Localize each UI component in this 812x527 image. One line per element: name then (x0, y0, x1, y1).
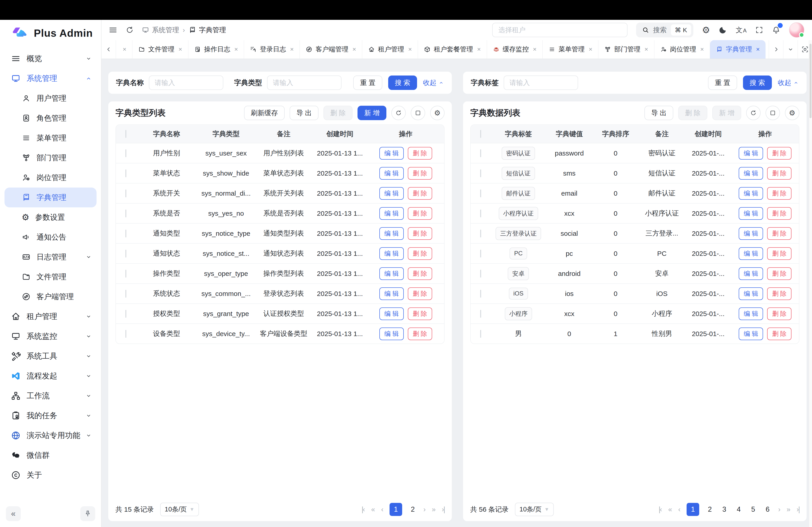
sidebar-item-21[interactable]: 关于 (4, 465, 97, 485)
page-refresh-button[interactable] (126, 26, 134, 34)
pager-page-4[interactable]: 4 (735, 506, 742, 513)
dict-type-refresh-icon-button[interactable] (391, 106, 406, 120)
row-delete-button[interactable]: 删 除 (767, 267, 792, 280)
tab-岗位管理[interactable]: 岗位管理× (654, 40, 710, 59)
tab-close-icon[interactable]: × (290, 46, 294, 53)
page-size-select[interactable]: 10条/页▼ (160, 503, 199, 516)
row-edit-button[interactable]: 编 辑 (739, 287, 763, 300)
dict-data-filter-input-0[interactable]: 请输入 (504, 76, 578, 90)
dict-type-filter-input-0[interactable]: 请输入 (149, 76, 223, 90)
dict-data-refresh-icon-button[interactable] (746, 106, 760, 120)
pager-arrow-right-0[interactable]: › (778, 506, 780, 513)
tab-客户端管理[interactable]: 客户端管理× (300, 40, 362, 59)
row-delete-button[interactable]: 删 除 (767, 147, 792, 160)
tab-close-icon[interactable]: × (178, 46, 182, 53)
tab-close-icon[interactable]: × (644, 46, 648, 53)
row-edit-button[interactable]: 编 辑 (379, 267, 404, 280)
sidebar-item-4[interactable]: 菜单管理 (4, 128, 97, 148)
tenant-select-input[interactable]: 选择租户 (492, 23, 627, 37)
tab-close-icon[interactable]: × (234, 46, 238, 53)
row-edit-button[interactable]: 编 辑 (379, 287, 404, 300)
sidebar-collapse-button[interactable]: « (6, 506, 21, 521)
row-checkbox[interactable] (126, 270, 126, 277)
tab-close-icon[interactable]: × (123, 46, 126, 53)
tabs-scroll-right-button[interactable] (769, 40, 783, 59)
tab-菜单管理[interactable]: 菜单管理× (543, 40, 598, 59)
sidebar-item-2[interactable]: 用户管理 (4, 88, 97, 108)
pager-page-2[interactable]: 2 (409, 506, 417, 513)
row-delete-button[interactable]: 删 除 (408, 187, 432, 200)
sidebar-item-1[interactable]: 系统管理 (4, 69, 97, 88)
tab-字典管理[interactable]: 字典管理× (710, 40, 766, 59)
dict-data-expand-icon-button[interactable] (766, 106, 780, 120)
sidebar-item-3[interactable]: 角色管理 (4, 108, 97, 128)
row-edit-button[interactable]: 编 辑 (379, 167, 404, 180)
tab-close-icon[interactable]: × (533, 46, 537, 53)
scrollbar-thumb[interactable] (810, 44, 812, 118)
pager-arrow-left-1[interactable]: « (371, 506, 374, 513)
tabs-scroll-left-button[interactable] (102, 40, 116, 59)
row-checkbox[interactable] (126, 310, 126, 318)
row-delete-button[interactable]: 删 除 (408, 287, 432, 300)
row-checkbox[interactable] (126, 290, 126, 298)
sidebar-item-12[interactable]: 客户端管理 (4, 287, 97, 306)
row-edit-button[interactable]: 编 辑 (379, 187, 404, 200)
dict-type-collapse-link[interactable]: 收起 (423, 78, 444, 88)
pager-arrow-left-0[interactable]: |‹ (362, 506, 364, 513)
row-checkbox[interactable] (480, 149, 481, 157)
row-checkbox[interactable] (126, 210, 126, 217)
pager-arrow-right-1[interactable]: » (786, 506, 790, 513)
sidebar-item-18[interactable]: 我的任务 (4, 406, 97, 425)
sidebar-item-17[interactable]: 工作流 (4, 386, 97, 406)
row-delete-button[interactable]: 删 除 (408, 267, 432, 280)
tab-truncated[interactable]: × (116, 40, 132, 59)
sidebar-item-20[interactable]: 微信群 (4, 446, 97, 465)
menu-toggle-button[interactable] (108, 25, 118, 35)
sidebar-item-7[interactable]: 字典管理 (4, 187, 97, 207)
tab-登录日志[interactable]: 登录日志× (244, 40, 300, 59)
row-delete-button[interactable]: 删 除 (767, 247, 792, 260)
row-checkbox[interactable] (480, 310, 481, 318)
dict-type-refresh-cache-button[interactable]: 刷新缓存 (244, 106, 285, 120)
row-delete-button[interactable]: 删 除 (408, 167, 432, 180)
sidebar-item-15[interactable]: 系统工具 (4, 346, 97, 366)
dict-type-expand-icon-button[interactable] (411, 106, 425, 120)
pager-arrow-right-2[interactable]: ›| (797, 506, 799, 513)
dict-type-search-button[interactable]: 搜 索 (388, 76, 417, 90)
dict-data-delete-button[interactable]: 删 除 (678, 106, 707, 120)
sidebar-item-9[interactable]: 通知公告 (4, 227, 97, 247)
user-avatar[interactable] (789, 22, 804, 37)
row-edit-button[interactable]: 编 辑 (379, 247, 404, 260)
row-edit-button[interactable]: 编 辑 (739, 227, 763, 240)
row-checkbox[interactable] (126, 169, 126, 177)
pager-page-2[interactable]: 2 (706, 506, 714, 513)
sidebar-item-14[interactable]: 系统监控 (4, 326, 97, 346)
settings-button[interactable]: ⚙ (702, 26, 710, 34)
dict-type-gear-icon-button[interactable]: ⚙ (430, 106, 445, 120)
pager-page-1[interactable]: 1 (686, 503, 699, 516)
sidebar-item-8[interactable]: ⚙参数设置 (4, 207, 97, 227)
sidebar-pin-button[interactable] (80, 506, 95, 521)
sidebar-item-5[interactable]: 部门管理 (4, 148, 97, 168)
row-checkbox[interactable] (126, 250, 126, 257)
pager-arrow-left-2[interactable]: ‹ (678, 506, 680, 513)
row-edit-button[interactable]: 编 辑 (739, 147, 763, 160)
row-delete-button[interactable]: 删 除 (408, 307, 432, 320)
sidebar-item-10[interactable]: 日志管理 (4, 247, 97, 267)
row-edit-button[interactable]: 编 辑 (739, 207, 763, 220)
sidebar-item-6[interactable]: 岗位管理 (4, 168, 97, 187)
row-checkbox[interactable] (126, 149, 126, 157)
pager-page-5[interactable]: 5 (749, 506, 757, 513)
notifications-button[interactable] (772, 26, 780, 34)
language-button[interactable]: 文A (736, 27, 746, 33)
row-edit-button[interactable]: 编 辑 (739, 247, 763, 260)
tab-close-icon[interactable]: × (408, 46, 412, 53)
tab-close-icon[interactable]: × (352, 46, 356, 53)
pager-page-3[interactable]: 3 (721, 506, 728, 513)
dark-mode-button[interactable] (719, 26, 727, 34)
tab-close-icon[interactable]: × (756, 46, 760, 53)
dict-data-collapse-link[interactable]: 收起 (778, 78, 799, 88)
pager-arrow-right-2[interactable]: ›| (442, 506, 445, 513)
row-checkbox[interactable] (480, 190, 481, 197)
row-delete-button[interactable]: 删 除 (408, 227, 432, 240)
